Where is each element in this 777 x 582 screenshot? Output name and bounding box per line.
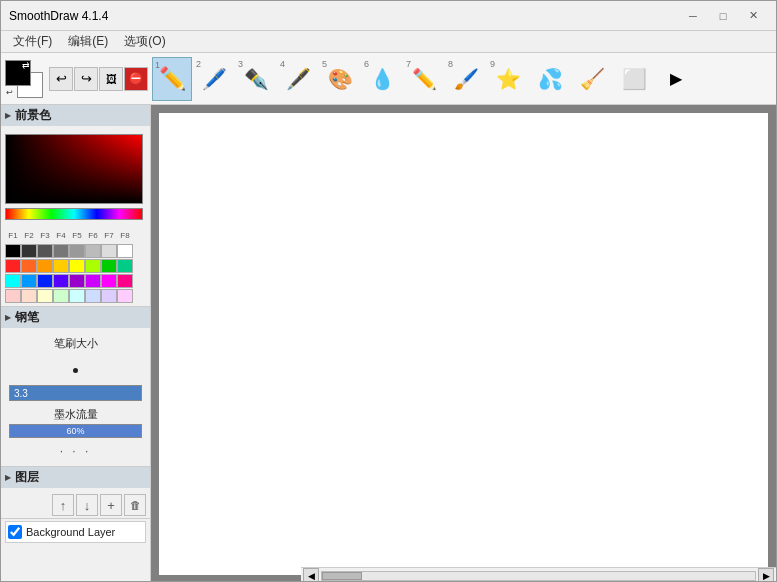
tool-pen4[interactable]: 4 🖋️ <box>278 57 318 101</box>
hue-bar[interactable] <box>5 208 143 220</box>
brush-section-label: 钢笔 <box>15 309 39 326</box>
swatch-p1[interactable] <box>5 289 21 303</box>
swatch-p4[interactable] <box>53 289 69 303</box>
scroll-left-arrow[interactable]: ◀ <box>303 568 319 583</box>
color-preview[interactable]: ⇄ ↩ <box>5 60 43 98</box>
drawing-canvas[interactable] <box>159 113 768 575</box>
swatch-purple[interactable] <box>85 274 101 288</box>
undo-redo-group: ↩ ↪ 🖼 ⛔ <box>49 67 148 91</box>
scroll-thumb[interactable] <box>322 572 362 580</box>
toolbar: ⇄ ↩ ↩ ↪ 🖼 ⛔ 1 ✏️ 2 🖊️ 3 ✒️ 4 🖋️ 5 <box>1 53 776 105</box>
title-text: SmoothDraw 4.1.4 <box>9 9 108 23</box>
scroll-track[interactable] <box>321 571 756 581</box>
redo-button[interactable]: ↪ <box>74 67 98 91</box>
swatch-orange-red[interactable] <box>21 259 37 273</box>
swatch-mid1[interactable] <box>53 244 69 258</box>
swatch-cyan[interactable] <box>5 274 21 288</box>
extra-btn2[interactable]: ⛔ <box>124 67 148 91</box>
menu-edit[interactable]: 编辑(E) <box>60 31 116 52</box>
tool-more[interactable]: ▶ <box>656 57 696 101</box>
layers-section-label: 图层 <box>15 469 39 486</box>
swatch-light2[interactable] <box>101 244 117 258</box>
swatch-yellow-green[interactable] <box>85 259 101 273</box>
swatch-orange[interactable] <box>37 259 53 273</box>
tool-brush5[interactable]: 5 🎨 <box>320 57 360 101</box>
swatch-dark2[interactable] <box>37 244 53 258</box>
swatch-area: F1 F2 F3 F4 F5 F6 F7 F8 <box>1 228 150 306</box>
close-button[interactable]: ✕ <box>738 6 768 26</box>
color-section <box>1 130 150 228</box>
layer-delete-button[interactable]: 🗑 <box>124 494 146 516</box>
swatch-yellow[interactable] <box>69 259 85 273</box>
swatch-pink[interactable] <box>117 274 133 288</box>
color-section-header[interactable]: ▶ 前景色 <box>1 105 150 126</box>
maximize-button[interactable]: □ <box>708 6 738 26</box>
foreground-color-box[interactable]: ⇄ <box>5 60 31 86</box>
brush-section: ▶ 钢笔 笔刷大小 3.3 墨水流量 60% <box>1 306 150 466</box>
layer-name: Background Layer <box>26 526 115 538</box>
swatch-magenta[interactable] <box>101 274 117 288</box>
tool-eraser[interactable]: 🧹 <box>572 57 612 101</box>
brush-size-value: 3.3 <box>14 388 28 399</box>
ink-flow-slider[interactable]: 60% <box>9 424 142 438</box>
tool-brush7[interactable]: 7 ✏️ <box>404 57 444 101</box>
swatch-red[interactable] <box>5 259 21 273</box>
title-bar: SmoothDraw 4.1.4 ─ □ ✕ <box>1 1 776 31</box>
layers-section-header[interactable]: ▶ 图层 <box>1 467 150 488</box>
swatch-light1[interactable] <box>85 244 101 258</box>
content-area: ▶ 前景色 F1 F2 F3 F4 F5 F6 F7 <box>1 105 776 582</box>
swatch-blue[interactable] <box>37 274 53 288</box>
swatch-p3[interactable] <box>37 289 53 303</box>
swatch-mid2[interactable] <box>69 244 85 258</box>
layers-section: ▶ 图层 ↑ ↓ + 🗑 Background Layer <box>1 466 150 582</box>
swatch-label-f5: F5 <box>69 230 85 242</box>
swatch-p2[interactable] <box>21 289 37 303</box>
brush-size-slider[interactable]: 3.3 <box>9 385 142 401</box>
horizontal-scrollbar[interactable]: ◀ ▶ <box>301 567 776 582</box>
minimize-button[interactable]: ─ <box>678 6 708 26</box>
menu-options[interactable]: 选项(O) <box>116 31 173 52</box>
brush-size-slider-row: 3.3 <box>9 385 142 401</box>
layer-add-button[interactable]: + <box>100 494 122 516</box>
tool-water[interactable]: 💦 <box>530 57 570 101</box>
scroll-right-arrow[interactable]: ▶ <box>758 568 774 583</box>
menu-file[interactable]: 文件(F) <box>5 31 60 52</box>
layer-move-down-button[interactable]: ↓ <box>76 494 98 516</box>
swatch-p6[interactable] <box>85 289 101 303</box>
tool-pen3[interactable]: 3 ✒️ <box>236 57 276 101</box>
layer-visibility-checkbox[interactable] <box>8 525 22 539</box>
swatch-label-f3: F3 <box>37 230 53 242</box>
tool-special9[interactable]: 9 ⭐ <box>488 57 528 101</box>
reset-color-icon: ↩ <box>6 89 13 97</box>
tool-pen2[interactable]: 2 🖊️ <box>194 57 234 101</box>
color-gradient-picker[interactable] <box>5 134 143 204</box>
swatch-label-f1: F1 <box>5 230 21 242</box>
swatch-white[interactable] <box>117 244 133 258</box>
color-triangle-icon: ▶ <box>5 111 11 120</box>
swatch-green[interactable] <box>101 259 117 273</box>
undo-button[interactable]: ↩ <box>49 67 73 91</box>
brush-content: 笔刷大小 3.3 墨水流量 60% · · · <box>1 332 150 466</box>
swatch-p5[interactable] <box>69 289 85 303</box>
swatch-teal[interactable] <box>117 259 133 273</box>
ink-flow-value: 60% <box>66 426 84 436</box>
swatch-amber[interactable] <box>53 259 69 273</box>
layer-item[interactable]: Background Layer <box>5 521 146 543</box>
swatch-black[interactable] <box>5 244 21 258</box>
extra-btn1[interactable]: 🖼 <box>99 67 123 91</box>
tool-brush6[interactable]: 6 💧 <box>362 57 402 101</box>
swatch-dark1[interactable] <box>21 244 37 258</box>
swatch-row-warm <box>5 259 146 273</box>
swatch-sky[interactable] <box>21 274 37 288</box>
brush-section-header[interactable]: ▶ 钢笔 <box>1 307 150 328</box>
tool-brush8[interactable]: 8 🖌️ <box>446 57 486 101</box>
tool-pencil[interactable]: 1 ✏️ <box>152 57 192 101</box>
tool-fill[interactable]: ⬜ <box>614 57 654 101</box>
layer-move-up-button[interactable]: ↑ <box>52 494 74 516</box>
swatch-violet[interactable] <box>69 274 85 288</box>
left-panel: ▶ 前景色 F1 F2 F3 F4 F5 F6 F7 <box>1 105 151 582</box>
swatch-p7[interactable] <box>101 289 117 303</box>
swatch-p8[interactable] <box>117 289 133 303</box>
canvas-area[interactable]: ◀ ▶ <box>151 105 776 582</box>
swatch-indigo[interactable] <box>53 274 69 288</box>
